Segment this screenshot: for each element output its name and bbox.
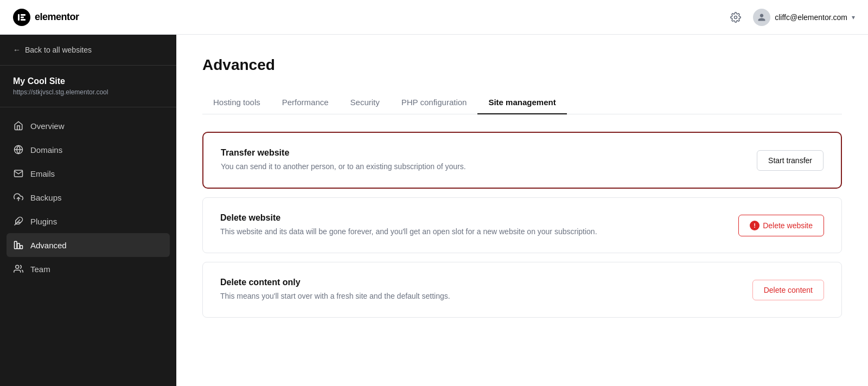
svg-rect-11	[17, 243, 20, 249]
top-header: elementor cliffc@elementor.com ▾	[0, 0, 868, 35]
team-icon	[13, 263, 24, 274]
card-action: Start transfer	[757, 150, 824, 171]
sidebar-item-domains[interactable]: Domains	[0, 138, 176, 162]
logo-area: elementor	[13, 9, 79, 26]
content-area: Advanced Hosting tools Performance Secur…	[176, 35, 868, 386]
svg-rect-12	[20, 246, 23, 249]
card-title: Delete website	[220, 213, 597, 223]
svg-rect-1	[21, 14, 25, 16]
sidebar-item-overview[interactable]: Overview	[0, 114, 176, 138]
svg-rect-2	[21, 16, 24, 18]
home-icon	[13, 120, 24, 131]
sidebar-item-backups[interactable]: Backups	[0, 185, 176, 209]
logo-icon	[13, 9, 30, 26]
delete-website-label: Delete website	[763, 221, 813, 230]
main-layout: ← Back to all websites My Cool Site http…	[0, 35, 868, 386]
card-description: You can send it to another person, or to…	[221, 161, 466, 172]
sidebar-item-label: Emails	[30, 169, 55, 178]
card-description: This means you'll start over with a fres…	[220, 291, 450, 302]
back-to-websites-link[interactable]: ← Back to all websites	[0, 35, 176, 66]
sidebar-item-label: Overview	[30, 121, 65, 131]
site-url: https://stkjvscl.stg.elementor.cool	[13, 88, 163, 96]
avatar	[753, 9, 770, 26]
card-title: Transfer website	[221, 148, 466, 158]
danger-icon: !	[750, 221, 760, 230]
cloud-icon	[13, 192, 24, 203]
advanced-icon	[13, 240, 24, 250]
card-info: Delete website This website and its data…	[220, 213, 597, 237]
tab-security[interactable]: Security	[340, 91, 391, 114]
card-action: ! Delete website	[738, 215, 824, 236]
delete-content-button[interactable]: Delete content	[752, 280, 824, 300]
chevron-down-icon: ▾	[852, 14, 855, 21]
sidebar-item-label: Domains	[30, 145, 62, 155]
sidebar-item-label: Advanced	[30, 241, 67, 250]
user-email: cliffc@elementor.com	[775, 13, 847, 22]
site-info: My Cool Site https://stkjvscl.stg.elemen…	[0, 66, 176, 107]
delete-website-button[interactable]: ! Delete website	[738, 215, 824, 236]
sidebar-item-team[interactable]: Team	[0, 257, 176, 281]
card-title: Delete content only	[220, 278, 450, 287]
sidebar-item-label: Plugins	[30, 217, 57, 226]
settings-icon[interactable]	[727, 9, 744, 26]
card-info: Delete content only This means you'll st…	[220, 278, 450, 302]
page-title: Advanced	[202, 56, 842, 74]
sidebar-item-label: Team	[30, 265, 50, 274]
sidebar-item-plugins[interactable]: Plugins	[0, 209, 176, 233]
arrow-left-icon: ←	[13, 46, 21, 54]
globe-icon	[13, 144, 24, 155]
sidebar-item-label: Backups	[30, 193, 62, 202]
site-name: My Cool Site	[13, 76, 163, 86]
tab-site-management[interactable]: Site management	[477, 91, 566, 114]
svg-point-4	[735, 16, 737, 18]
header-right: cliffc@elementor.com ▾	[727, 9, 855, 26]
tabs: Hosting tools Performance Security PHP c…	[202, 91, 842, 114]
sidebar-item-advanced[interactable]: Advanced	[7, 233, 170, 257]
card-info: Transfer website You can send it to anot…	[221, 148, 466, 172]
user-menu[interactable]: cliffc@elementor.com ▾	[753, 9, 855, 26]
svg-rect-10	[15, 241, 17, 249]
logo-text: elementor	[35, 11, 79, 23]
tab-hosting-tools[interactable]: Hosting tools	[202, 91, 271, 114]
transfer-website-card: Transfer website You can send it to anot…	[202, 132, 842, 189]
sidebar: ← Back to all websites My Cool Site http…	[0, 35, 176, 386]
tab-php-configuration[interactable]: PHP configuration	[391, 91, 478, 114]
svg-point-13	[16, 265, 19, 268]
card-action: Delete content	[752, 280, 824, 300]
tab-performance[interactable]: Performance	[271, 91, 340, 114]
sidebar-nav: Overview Domains	[0, 107, 176, 386]
delete-content-card: Delete content only This means you'll st…	[202, 262, 842, 318]
start-transfer-button[interactable]: Start transfer	[757, 150, 824, 171]
sidebar-item-emails[interactable]: Emails	[0, 162, 176, 185]
back-link-label: Back to all websites	[25, 46, 92, 54]
svg-rect-0	[18, 14, 20, 21]
mail-icon	[13, 168, 24, 179]
svg-rect-3	[21, 19, 25, 21]
delete-website-card: Delete website This website and its data…	[202, 197, 842, 253]
plugin-icon	[13, 216, 24, 227]
card-description: This website and its data will be gone f…	[220, 226, 597, 237]
